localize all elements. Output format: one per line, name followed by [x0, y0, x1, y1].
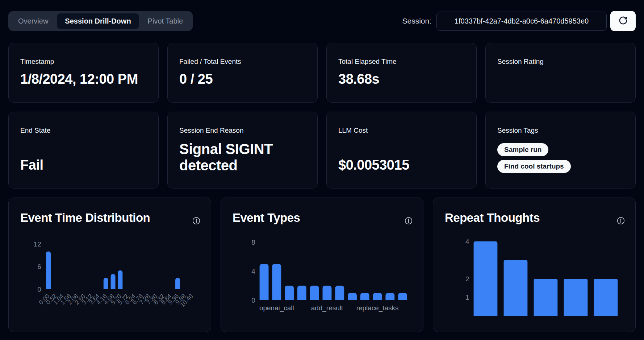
stat-card-total-elapsed-time: Total Elapsed Time 38.68s — [326, 43, 477, 103]
stat-value: 0 / 25 — [179, 71, 306, 87]
stat-label: Total Elapsed Time — [338, 58, 465, 66]
stat-label: Failed / Total Events — [179, 58, 306, 66]
stat-label: LLM Cost — [338, 127, 465, 134]
stat-label: End State — [20, 127, 147, 134]
chart-title: Event Time Distribution — [20, 211, 150, 225]
session-dashboard: Overview Session Drill-Down Pivot Table … — [0, 0, 644, 332]
chart-card-event-time-distribution: Event Time Distribution 06120.000.521.04… — [8, 198, 211, 332]
session-controls: Session: — [402, 11, 636, 31]
tab-overview[interactable]: Overview — [10, 13, 56, 29]
svg-text:0: 0 — [251, 297, 255, 304]
chart-title: Event Types — [233, 211, 300, 225]
event-types-chart: 048openai_calladd_resultreplace_tasks — [221, 232, 423, 332]
refresh-icon — [618, 16, 628, 26]
stat-value: Fail — [20, 157, 147, 173]
info-icon[interactable] — [616, 216, 625, 225]
svg-text:add_result: add_result — [311, 304, 343, 312]
svg-text:1: 1 — [465, 294, 469, 301]
info-icon[interactable] — [404, 216, 413, 225]
stat-label: Timestamp — [20, 58, 147, 66]
svg-text:openai_call: openai_call — [259, 304, 294, 312]
repeat-thoughts-chart: 124 — [433, 232, 635, 332]
stat-card-timestamp: Timestamp 1/8/2024, 12:00 PM — [8, 43, 159, 103]
refresh-button[interactable] — [610, 11, 636, 31]
svg-text:4: 4 — [465, 238, 469, 245]
chart-card-event-types: Event Types 048openai_calladd_resultrepl… — [221, 198, 423, 332]
svg-text:0: 0 — [37, 286, 41, 293]
stats-row-1: Timestamp 1/8/2024, 12:00 PM Failed / To… — [8, 43, 636, 103]
svg-text:6: 6 — [37, 263, 41, 270]
tab-pivot-table[interactable]: Pivot Table — [140, 13, 191, 29]
chart-card-repeat-thoughts: Repeat Thoughts 124 — [433, 198, 636, 332]
session-tags-list: Sample run Find cool startups — [497, 143, 624, 173]
stat-card-session-end-reason: Session End Reason Signal SIGINT detecte… — [167, 112, 318, 188]
stat-value: $0.0053015 — [338, 157, 465, 173]
info-icon[interactable] — [192, 216, 201, 225]
stats-row-2: End State Fail Session End Reason Signal… — [8, 112, 636, 188]
svg-text:2: 2 — [465, 275, 469, 283]
tab-session-drill-down[interactable]: Session Drill-Down — [57, 13, 139, 29]
stat-label: Session Tags — [497, 127, 624, 134]
session-label: Session: — [402, 17, 431, 25]
stat-value: 38.68s — [338, 71, 465, 87]
stat-label: Session Rating — [497, 58, 624, 66]
svg-text:8: 8 — [251, 239, 255, 246]
svg-text:replace_tasks: replace_tasks — [356, 304, 399, 312]
stat-label: Session End Reason — [179, 127, 306, 134]
stat-card-session-rating: Session Rating — [485, 43, 636, 103]
chart-title: Repeat Thoughts — [445, 211, 540, 225]
header: Overview Session Drill-Down Pivot Table … — [8, 11, 636, 31]
stat-card-end-state: End State Fail — [8, 112, 159, 188]
svg-text:12: 12 — [34, 240, 41, 248]
svg-text:4: 4 — [251, 268, 255, 275]
tab-bar: Overview Session Drill-Down Pivot Table — [8, 11, 193, 31]
session-id-input[interactable] — [436, 12, 607, 31]
stat-value: 1/8/2024, 12:00 PM — [20, 71, 147, 87]
stat-value: Signal SIGINT detected — [179, 141, 306, 174]
stat-card-session-tags: Session Tags Sample run Find cool startu… — [485, 112, 636, 188]
stat-card-llm-cost: LLM Cost $0.0053015 — [326, 112, 477, 188]
event-time-distribution-chart: 06120.000.521.041.562.082.603.123.644.16… — [9, 232, 211, 332]
session-tag: Find cool startups — [497, 160, 571, 173]
stat-card-failed-total-events: Failed / Total Events 0 / 25 — [167, 43, 318, 103]
session-tag: Sample run — [497, 143, 548, 156]
charts-row: Event Time Distribution 06120.000.521.04… — [8, 198, 636, 332]
